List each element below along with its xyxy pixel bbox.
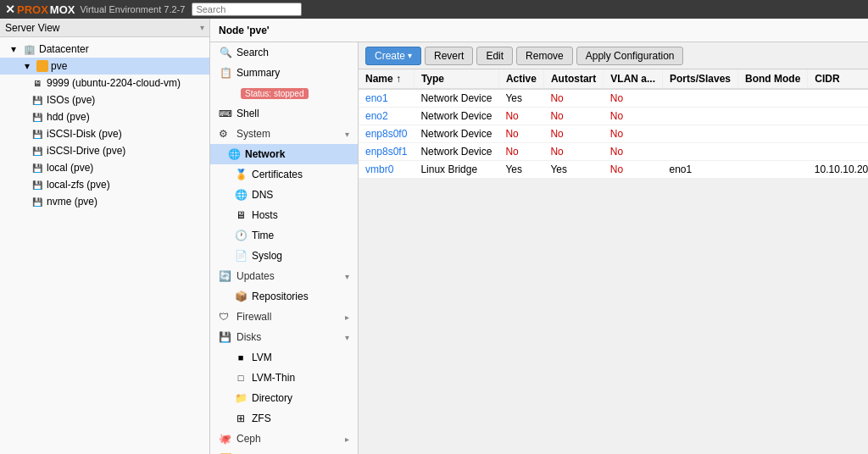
- search-input[interactable]: [192, 3, 302, 16]
- table-cell[interactable]: eno1: [359, 89, 414, 108]
- ceph-arrow-icon: ▸: [345, 435, 349, 444]
- nav-item-search[interactable]: 🔍 Search: [210, 42, 358, 63]
- nav-item-lvm[interactable]: ■ LVM: [210, 347, 358, 368]
- nav-section-system[interactable]: ⚙ System ▾: [210, 124, 358, 144]
- create-button[interactable]: Create: [365, 47, 421, 65]
- table-cell: Linux Bridge: [414, 161, 498, 179]
- app-title: Virtual Environment 7.2-7: [80, 4, 185, 14]
- summary-nav-icon: 📋: [219, 67, 232, 79]
- nav-label-hosts: Hosts: [252, 209, 278, 221]
- col-name[interactable]: Name ↑: [359, 69, 414, 89]
- table-cell: [808, 125, 868, 143]
- table-cell[interactable]: eno2: [359, 108, 414, 125]
- table-row[interactable]: eno2Network DeviceNoNoNo: [359, 108, 868, 125]
- table-row[interactable]: eno1Network DeviceYesNoNo: [359, 89, 868, 108]
- table-cell: [738, 161, 808, 179]
- nav-item-zfs[interactable]: ⊞ ZFS: [210, 408, 358, 429]
- table-cell: No: [498, 108, 543, 125]
- nav-label-syslog: Syslog: [252, 250, 282, 262]
- tree-item-isos[interactable]: 💾 ISOs (pve): [0, 91, 209, 108]
- table-row[interactable]: enp8s0f1Network DeviceNoNoNo: [359, 143, 868, 161]
- apply-config-button[interactable]: Apply Configuration: [576, 47, 684, 65]
- col-bond-mode[interactable]: Bond Mode: [738, 69, 808, 89]
- table-cell: No: [604, 108, 663, 125]
- nav-item-directory[interactable]: 📁 Directory: [210, 388, 358, 408]
- nav-item-dns[interactable]: 🌐 DNS: [210, 185, 358, 205]
- col-active[interactable]: Active: [498, 69, 543, 89]
- tree-item-vm9999[interactable]: 🖥 9999 (ubuntu-2204-cloud-vm): [0, 75, 209, 91]
- nav-item-replication[interactable]: 🔁 Replication: [210, 449, 358, 454]
- storage-icon-hdd: 💾: [31, 110, 44, 124]
- nav-item-certificates[interactable]: 🏅 Certificates: [210, 164, 358, 185]
- nav-label-lvm-thin: LVM-Thin: [252, 372, 295, 384]
- nav-item-lvm-thin[interactable]: □ LVM-Thin: [210, 368, 358, 388]
- table-row[interactable]: enp8s0f0Network DeviceNoNoNo: [359, 125, 868, 143]
- nav-item-repositories[interactable]: 📦 Repositories: [210, 286, 358, 307]
- tree-item-iscsi-drive[interactable]: 💾 iSCSI-Drive (pve): [0, 142, 209, 159]
- nav-section-ceph[interactable]: 🐙 Ceph ▸: [210, 429, 358, 449]
- tree-item-local[interactable]: 💾 local (pve): [0, 159, 209, 176]
- nav-section-firewall[interactable]: 🛡 Firewall ▸: [210, 307, 358, 327]
- table-cell[interactable]: enp8s0f1: [359, 143, 414, 161]
- nav-label-search: Search: [236, 47, 269, 58]
- table-cell[interactable]: vmbr0: [359, 161, 414, 179]
- nav-status-row: Status: stopped: [210, 83, 358, 103]
- disks-nav-icon: 💾: [219, 331, 232, 343]
- table-cell: No: [543, 108, 603, 125]
- tree-item-nvme[interactable]: 💾 nvme (pve): [0, 193, 209, 210]
- toolbar: Create Revert Edit Remove Apply Configur…: [359, 42, 868, 69]
- nav-section-updates[interactable]: 🔄 Updates ▾: [210, 266, 358, 286]
- server-view-bar: Server View ▾: [0, 19, 209, 37]
- tree-item-iscsi-disk[interactable]: 💾 iSCSI-Disk (pve): [0, 125, 209, 142]
- table-cell: No: [498, 125, 543, 143]
- revert-button[interactable]: Revert: [425, 47, 473, 65]
- table-cell: [662, 108, 737, 125]
- hosts-nav-icon: 🖥: [234, 209, 248, 221]
- table-cell: No: [543, 125, 603, 143]
- datacenter-icon: [23, 42, 36, 56]
- tree-item-datacenter[interactable]: ▾ Datacenter: [0, 41, 209, 58]
- tree-label-vm9999: 9999 (ubuntu-2204-cloud-vm): [47, 77, 181, 89]
- table-cell: No: [543, 143, 603, 161]
- ceph-nav-icon: 🐙: [219, 433, 232, 445]
- right-panel: Node 'pve' 🔍 Search 📋 Summary Status: st…: [210, 19, 868, 454]
- edit-button[interactable]: Edit: [476, 47, 513, 65]
- nav-section-disks[interactable]: 💾 Disks ▾: [210, 327, 358, 347]
- remove-button[interactable]: Remove: [516, 47, 573, 65]
- table-cell: No: [604, 89, 663, 108]
- table-cell: No: [543, 89, 603, 108]
- tree-item-pve[interactable]: ▾ pve: [0, 58, 209, 75]
- storage-icon-local: 💾: [31, 161, 44, 174]
- table-cell: [662, 125, 737, 143]
- col-vlan[interactable]: VLAN a...: [604, 69, 663, 89]
- nav-item-network[interactable]: 🌐 Network: [210, 144, 358, 164]
- table-cell: [808, 108, 868, 125]
- vm-icon: 🖥: [31, 76, 44, 90]
- disks-arrow-icon: ▾: [345, 333, 349, 342]
- table-cell: eno1: [662, 161, 737, 179]
- col-type[interactable]: Type: [414, 69, 498, 89]
- nav-label-repositories: Repositories: [252, 291, 309, 302]
- tree-item-hdd[interactable]: 💾 hdd (pve): [0, 108, 209, 125]
- nav-item-time[interactable]: 🕐 Time: [210, 225, 358, 246]
- col-ports[interactable]: Ports/Slaves: [662, 69, 737, 89]
- table-cell: Yes: [543, 161, 603, 179]
- lvmthin-nav-icon: □: [234, 373, 248, 383]
- status-badge: Status: stopped: [241, 88, 309, 99]
- nav-label-system: System: [236, 128, 270, 140]
- table-cell[interactable]: enp8s0f0: [359, 125, 414, 143]
- nav-item-shell[interactable]: ⌨ Shell: [210, 103, 358, 124]
- nav-item-syslog[interactable]: 📄 Syslog: [210, 246, 358, 266]
- nav-label-summary: Summary: [236, 67, 280, 79]
- nav-label-firewall: Firewall: [236, 311, 271, 323]
- col-cidr[interactable]: CIDR: [808, 69, 868, 89]
- table-row[interactable]: vmbr0Linux BridgeYesYesNoeno110.10.10.20…: [359, 161, 868, 179]
- col-autostart[interactable]: Autostart: [543, 69, 603, 89]
- nav-item-hosts[interactable]: 🖥 Hosts: [210, 205, 358, 225]
- network-nav-icon: 🌐: [227, 148, 241, 160]
- tree-label-isos: ISOs (pve): [47, 94, 95, 106]
- node-header: Node 'pve': [210, 19, 868, 42]
- nav-item-summary[interactable]: 📋 Summary: [210, 63, 358, 83]
- tree-item-local-zfs[interactable]: 💾 local-zfs (pve): [0, 176, 209, 193]
- nav-label-disks: Disks: [236, 331, 261, 343]
